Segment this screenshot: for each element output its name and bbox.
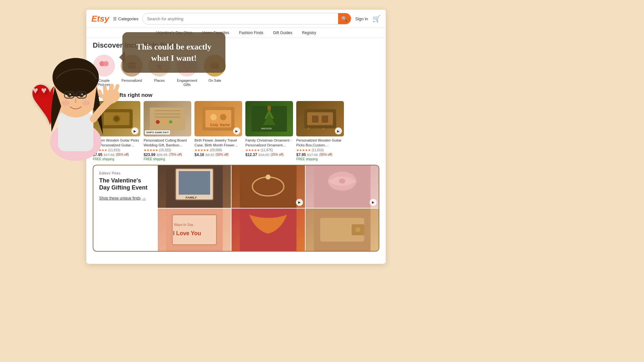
svg-text:Emily: Emily	[210, 123, 218, 127]
product-title-1: Personalized Cutting Board Wedding Gift,…	[144, 138, 191, 147]
heart-icon: ♥ ♥ ♥	[6, 64, 93, 135]
price-current-3: $12.37	[245, 153, 257, 157]
stars-4: ★★★★★	[296, 148, 311, 152]
editors-section: Editors' Picks The Valentine's Day Gifti…	[93, 165, 379, 252]
sign-in-link[interactable]: Sign in	[355, 16, 368, 21]
play-button-editors-1[interactable]: ▶	[296, 199, 303, 206]
stars-row-0: ★★★★★ (11,610)	[93, 148, 140, 152]
price-discount-4: (55% off)	[319, 153, 332, 156]
editors-image-1[interactable]: ▶	[232, 165, 305, 208]
price-original-4: $17.66	[307, 153, 318, 157]
categories-label: Categories	[118, 16, 138, 21]
category-item-places[interactable]: Places	[148, 55, 171, 83]
categories-row: CouplePictures Personalized Places Engag…	[86, 53, 386, 90]
product-title-3: Family Christmas Ornament - Personalized…	[245, 138, 293, 147]
product-card-2[interactable]: EmilyRachel ▶ Birth Flower Jewelry Trave…	[194, 101, 242, 161]
sub-nav-registry[interactable]: Registry	[302, 31, 316, 35]
editors-image-4[interactable]	[232, 209, 305, 251]
svg-rect-6	[77, 92, 86, 98]
stars-2: ★★★★★	[194, 148, 209, 152]
product-image-3: MADISON	[245, 101, 293, 136]
category-circle-personalized	[121, 55, 143, 77]
shop-link-text: Shop these unique finds	[99, 196, 141, 200]
category-item-sale[interactable]: On Sale	[204, 55, 226, 83]
category-circle-couple	[93, 55, 115, 77]
play-button-2[interactable]: ▶	[233, 127, 240, 135]
category-label-places: Places	[154, 79, 165, 83]
sub-nav: Valentine's Day Shop Home Favorites Fash…	[86, 28, 386, 38]
price-row-3: $12.37 $16.50 (25% off)	[245, 153, 293, 157]
price-original-2: $8.32	[205, 153, 214, 157]
editors-title: The Valentine's Day Gifting Event	[99, 177, 152, 191]
shop-link[interactable]: Shop these unique finds →	[99, 196, 152, 200]
product-card-4[interactable]: RK ▶ Personalized Wooden Guitar Picks Bo…	[296, 101, 344, 161]
stars-1: ★★★★★	[144, 148, 158, 152]
heart-decoration: ♥ ♥ ♥	[6, 64, 93, 151]
editors-image-3[interactable]: Ways to SayI Love You	[158, 209, 231, 251]
search-input[interactable]	[143, 16, 338, 21]
price-row-0: $7.95 $17.66 (55% off)	[93, 153, 140, 157]
etsy-logo[interactable]: Etsy	[91, 14, 109, 24]
editors-image-5[interactable]	[306, 209, 379, 251]
product-image-0: ▶	[93, 101, 140, 136]
svg-text:K: K	[323, 127, 324, 130]
editors-image-2[interactable]: ▶	[306, 165, 379, 208]
reviews-1: (16,322)	[159, 148, 171, 152]
play-button-4[interactable]: ▶	[335, 127, 342, 135]
category-item-couple[interactable]: CouplePictures	[93, 55, 115, 87]
hero-section: Discover incredible finds.	[86, 38, 386, 53]
sub-nav-home[interactable]: Home Favorites	[202, 31, 230, 35]
price-original-0: $17.66	[104, 153, 115, 157]
search-bar: 🔍	[142, 13, 351, 24]
sub-nav-gifts[interactable]: Gift Guides	[273, 31, 292, 35]
search-button[interactable]: 🔍	[338, 13, 351, 24]
stars-row-1: ★★★★★ (16,322)	[144, 148, 191, 152]
svg-point-9	[79, 93, 84, 97]
cart-icon[interactable]: 🛒	[373, 15, 381, 23]
sub-nav-valentines[interactable]: Valentine's Day Shop	[156, 31, 192, 35]
category-item-engagement[interactable]: EngagementGifts	[176, 55, 198, 87]
svg-rect-55	[179, 171, 210, 195]
price-original-3: $16.50	[259, 153, 270, 157]
svg-rect-57	[240, 165, 297, 208]
svg-point-62	[339, 179, 346, 184]
svg-text:Rachel: Rachel	[220, 123, 230, 127]
svg-point-8	[67, 93, 72, 97]
category-circle-engagement	[176, 55, 198, 77]
svg-point-11	[81, 94, 83, 95]
price-row-2: $4.16 $8.32 (50% off)	[194, 153, 242, 157]
price-discount-2: (50% off)	[216, 153, 229, 156]
product-image-2: EmilyRachel ▶	[194, 101, 242, 136]
free-shipping-4: FREE shipping	[296, 157, 344, 161]
svg-rect-49	[312, 116, 318, 123]
product-title-4: Personalized Wooden Guitar Picks Box,Cus…	[296, 138, 344, 147]
stars-row-3: ★★★★★ (11,875)	[245, 148, 293, 152]
editors-left: Editors' Picks The Valentine's Day Gifti…	[93, 165, 158, 251]
category-label-engagement: EngagementGifts	[177, 79, 197, 87]
editors-image-0[interactable]: FAMILY	[158, 165, 231, 208]
category-item-personalized[interactable]: Personalized	[120, 55, 143, 83]
price-current-4: $7.95	[296, 153, 306, 157]
categories-button[interactable]: ☰ Categories	[113, 16, 138, 21]
category-label-personalized: Personalized	[121, 79, 142, 83]
svg-point-10	[70, 94, 71, 95]
play-button-0[interactable]: ▶	[131, 127, 138, 135]
price-row-4: $7.95 $17.66 (55% off)	[296, 153, 344, 157]
search-icon: 🔍	[341, 16, 348, 22]
product-card-1[interactable]: SHIPS SAME DAY! Personalized Cutting Boa…	[144, 101, 191, 161]
svg-rect-64	[172, 215, 216, 245]
browser-window: Etsy ☰ Categories 🔍 Sign in 🛒 Valentine'…	[86, 10, 386, 264]
product-card-0[interactable]: ▶ Custom Wooden Guitar Picks Box,Persona…	[93, 101, 140, 161]
svg-rect-48	[307, 112, 333, 125]
category-circle-sale	[204, 55, 226, 77]
stars-row-2: ★★★★★ (29,000)	[194, 148, 242, 152]
reviews-2: (29,000)	[210, 148, 222, 152]
editors-pick-label: Editors' Picks	[99, 171, 152, 175]
sub-nav-fashion[interactable]: Fashion Finds	[239, 31, 263, 35]
product-card-3[interactable]: MADISON Family Christmas Ornament - Pers…	[245, 101, 293, 161]
svg-rect-2	[70, 100, 81, 116]
svg-rect-45	[268, 106, 271, 110]
ships-badge-1: SHIPS SAME DAY!	[145, 130, 170, 135]
play-button-editors-2[interactable]: ▶	[370, 199, 377, 206]
product-title-2: Birth Flower Jewelry Travel Case, Birth …	[194, 138, 242, 147]
